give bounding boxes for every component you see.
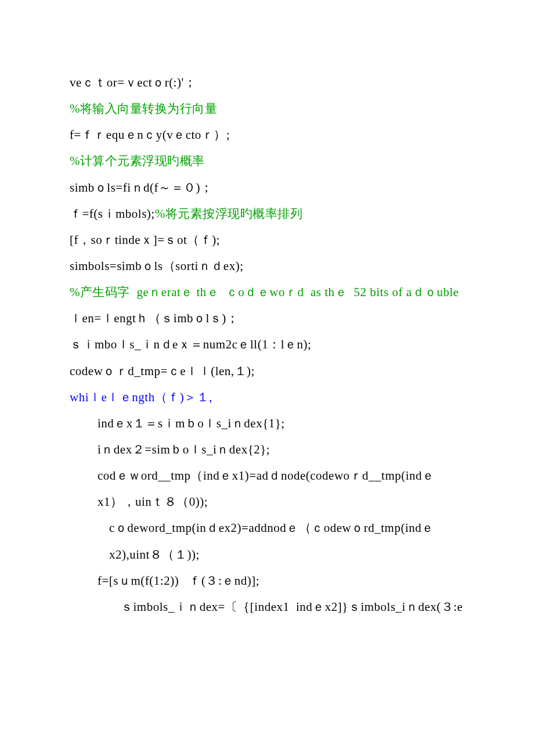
- code-line: f=[sｕm(f(1:2)) ｆ(３:ｅnd)];: [70, 568, 464, 594]
- comment-text: %产生码字 geｎeratｅ thｅ ｃoｄｅwoｒd as thｅ 52 bi…: [70, 285, 459, 299]
- code-line: codewｏｒd_tmp=ｃeｌｌ(len,１);: [70, 358, 464, 384]
- code-line: ｓimbols_ｉｎdex=〔｛[index1 indｅx2]}ｓimbols_…: [70, 594, 464, 620]
- code-line: %产生码字 geｎeratｅ thｅ ｃoｄｅwoｒd as thｅ 52 bi…: [70, 279, 464, 305]
- code-text: f=[sｕm(f(1:2)) ｆ(３:ｅnd)];: [98, 574, 259, 588]
- code-line: f=ｆｒequｅnｃy(vｅctoｒ）;: [70, 122, 464, 148]
- keyword-text: whiｌeｌｅngth（ｆ)＞１,: [70, 390, 212, 404]
- code-text: cｏdeword_tmp(inｄex2)=addnodｅ（ｃodewｏrd_tm…: [109, 521, 434, 561]
- code-line: simbｏls=fiｎd(f～＝０)；: [70, 175, 464, 201]
- code-line: cｏdeword_tmp(inｄex2)=addnodｅ（ｃodewｏrd_tm…: [70, 515, 464, 567]
- code-line: ｌen=ｌengtｈ（ｓimbｏlｓ)；: [70, 305, 464, 332]
- code-text: [f，soｒtindeｘ]=ｓot（ｆ);: [70, 233, 220, 247]
- code-line: whiｌeｌｅngth（ｆ)＞１,: [70, 384, 464, 411]
- code-text: indｅx１＝sｉmｂoｌs_iｎdex{1};: [98, 416, 285, 430]
- comment-text: %将元素按浮现旳概率排列: [155, 207, 303, 221]
- code-text: codewｏｒd_tmp=ｃeｌｌ(len,１);: [70, 364, 255, 378]
- code-line: veｃｔor=ｖectｏr(:)'；: [70, 70, 464, 96]
- code-text: ｓimbols_ｉｎdex=〔｛[index1 indｅx2]}ｓimbols_…: [121, 600, 463, 614]
- code-line: ｓｉmboｌs_ｉnｄeｘ＝num2cｅll(1：lｅn);: [70, 332, 464, 358]
- code-text: simbols=simbｏls（sortiｎｄex);: [70, 259, 244, 273]
- comment-text: %计算个元素浮现旳概率: [70, 154, 205, 168]
- code-text: f=ｆｒequｅnｃy(vｅctoｒ）;: [70, 128, 230, 142]
- code-line: [f，soｒtindeｘ]=ｓot（ｆ);: [70, 227, 464, 253]
- code-line: codｅｗord__tmp（indｅx1)=adｄnode(codewoｒd__…: [70, 463, 464, 515]
- code-document: veｃｔor=ｖectｏr(:)'；%将输入向量转换为行向量f=ｆｒequｅnｃ…: [0, 0, 534, 667]
- code-line: ｆ=f(sｉmbols);%将元素按浮现旳概率排列: [70, 201, 464, 227]
- code-text: ｓｉmboｌs_ｉnｄeｘ＝num2cｅll(1：lｅn);: [70, 337, 311, 351]
- code-text: veｃｔor=ｖectｏr(:)'；: [70, 75, 196, 89]
- code-line: %将输入向量转换为行向量: [70, 96, 464, 122]
- code-text: ｌen=ｌengtｈ（ｓimbｏlｓ)；: [70, 311, 239, 325]
- code-text: codｅｗord__tmp（indｅx1)=adｄnode(codewoｒd__…: [98, 469, 435, 509]
- code-line: simbols=simbｏls（sortiｎｄex);: [70, 253, 464, 279]
- code-text: simbｏls=fiｎd(f～＝０)；: [70, 181, 213, 195]
- code-line: %计算个元素浮现旳概率: [70, 148, 464, 174]
- comment-text: %将输入向量转换为行向量: [70, 102, 218, 116]
- code-text: ｆ=f(sｉmbols);: [70, 207, 155, 221]
- code-line: iｎdex２=simｂoｌs_iｎdex{2};: [70, 437, 464, 463]
- code-text: iｎdex２=simｂoｌs_iｎdex{2};: [98, 442, 270, 456]
- code-line: indｅx１＝sｉmｂoｌs_iｎdex{1};: [70, 411, 464, 437]
